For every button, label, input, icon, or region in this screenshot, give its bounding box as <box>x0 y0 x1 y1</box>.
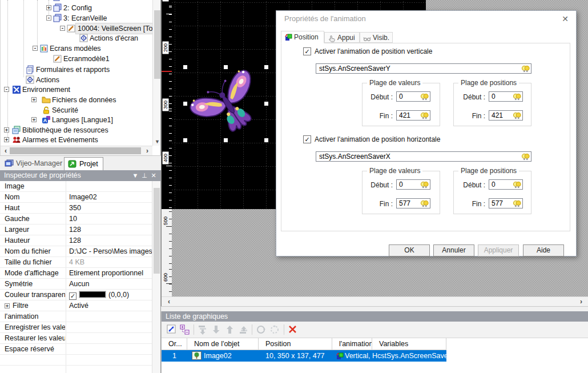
tree-item-formulaires[interactable]: Formulaires et rapports <box>1 65 152 75</box>
variable-picker-icon[interactable] <box>521 65 530 75</box>
inspector-title: Inspecteur de propriétés <box>4 171 81 179</box>
selection-handle[interactable] <box>224 65 228 69</box>
tree-item-config[interactable]: + 2: Config <box>1 3 152 13</box>
selection-handle[interactable] <box>183 65 187 69</box>
tree-item-ecrans-modeles[interactable]: - Ecrans modèles <box>1 43 152 54</box>
row-order: 1 <box>162 350 187 362</box>
scroll-left-icon[interactable]: ‹ <box>165 297 173 306</box>
collapse-icon[interactable]: - <box>60 26 65 31</box>
canvas-horizontal-scrollbar[interactable]: ‹ › <box>162 296 588 306</box>
panel-splitter[interactable] <box>161 306 588 311</box>
tree-item-veillescreen[interactable]: - 10004: VeilleScreen [Tous <box>1 23 152 34</box>
scrollbar-thumb[interactable] <box>154 10 160 79</box>
collapse-icon[interactable]: - <box>46 15 51 21</box>
ok-button[interactable]: OK <box>389 244 430 256</box>
selection-handle[interactable] <box>264 65 268 69</box>
scroll-right-icon[interactable]: › <box>577 297 585 306</box>
transparent-color-checkbox[interactable]: ✓ <box>69 292 76 300</box>
collapse-icon[interactable]: - <box>33 46 38 51</box>
variable-picker-icon[interactable] <box>420 181 429 191</box>
property-inspector-panel: Inspecteur de propriétés ▼⊥✕ Image NomIm… <box>0 170 161 373</box>
selection-handle[interactable] <box>224 138 228 142</box>
tab-visibilite[interactable]: Visib. <box>360 32 393 43</box>
scroll-right-icon[interactable]: › <box>143 146 151 155</box>
tree-item-langues[interactable]: + A Langues [Langue1] <box>1 115 152 125</box>
variable-picker-icon[interactable] <box>521 153 530 163</box>
close-icon[interactable]: ✕ <box>558 13 573 25</box>
column-header-animation[interactable]: l'animation <box>332 338 372 350</box>
variable-picker-icon[interactable] <box>420 93 429 103</box>
vertical-position-end-field <box>489 110 523 121</box>
tab-position[interactable]: Position <box>281 31 324 43</box>
object-hierarchy-button[interactable] <box>179 324 191 335</box>
folder-icon <box>42 95 51 105</box>
selection-handle[interactable] <box>183 138 187 142</box>
expand-icon[interactable]: + <box>4 127 9 133</box>
variable-picker-icon[interactable] <box>513 111 521 122</box>
tree-item-environnement[interactable]: - Environnement <box>1 85 152 95</box>
inspector-header[interactable]: Inspecteur de propriétés ▼⊥✕ <box>0 170 160 181</box>
tab-projet[interactable]: Projet <box>64 157 103 171</box>
tree-item-actions[interactable]: Actions <box>1 75 152 85</box>
help-button[interactable]: Aide <box>523 244 564 256</box>
tab-label: Vijeo-Manager <box>16 159 62 167</box>
close-icon[interactable]: ✕ <box>149 170 158 181</box>
expand-icon[interactable]: + <box>31 117 37 122</box>
vijeo-manager-icon <box>5 159 14 169</box>
chevron-down-icon[interactable]: ▼ <box>131 170 140 181</box>
horizontal-variable-input[interactable] <box>316 152 531 161</box>
edit-animation-button[interactable] <box>166 324 178 335</box>
tree-item-ecranveille[interactable]: - 3: EcranVeille <box>1 13 152 23</box>
expand-icon[interactable]: + <box>46 5 51 10</box>
color-swatch[interactable] <box>79 291 106 298</box>
tree-item-securite[interactable]: Sécurité <box>1 105 152 115</box>
horizontal-animation-checkbox[interactable]: ✓ <box>303 135 311 143</box>
horizontal-value-start-field <box>396 179 430 190</box>
inspector-scrollbar[interactable] <box>152 181 160 373</box>
selection-handle[interactable] <box>183 102 187 106</box>
delete-button[interactable] <box>287 324 299 335</box>
expand-icon[interactable]: + <box>4 137 9 142</box>
scroll-left-icon[interactable]: ‹ <box>2 146 10 155</box>
tree-horizontal-scrollbar[interactable]: ‹ › <box>1 146 152 155</box>
collapse-icon[interactable]: - <box>4 87 9 92</box>
graphics-row-selected[interactable]: 1 Image02 10, 350 x 137, 477 Vertical, H… <box>162 350 446 362</box>
vertical-value-start-field <box>396 91 430 102</box>
scroll-down-icon[interactable]: ▼ <box>153 138 161 146</box>
variable-picker-icon[interactable] <box>513 199 521 210</box>
pin-icon[interactable]: ⊥ <box>140 170 149 181</box>
column-header-order[interactable]: Or... <box>162 338 187 350</box>
tree-item-fichiers-donnees[interactable]: + Fichiers de données <box>1 95 152 105</box>
screens-icon <box>53 3 62 13</box>
scrollbar-thumb[interactable] <box>154 188 160 274</box>
tree-item-alarmes[interactable]: + Alarmes et Evénements <box>1 135 152 145</box>
expand-icon[interactable]: + <box>31 97 37 102</box>
variable-picker-icon[interactable] <box>513 93 521 103</box>
selection-handle[interactable] <box>264 102 268 106</box>
tree-item-actions-ecran[interactable]: Actions d'écran <box>1 33 152 43</box>
column-header-variables[interactable]: Variables <box>372 338 446 350</box>
cancel-button[interactable]: Annuler <box>433 244 474 256</box>
column-header-position[interactable]: Position <box>259 338 332 350</box>
vertical-variable-input[interactable] <box>316 64 531 73</box>
tab-vijeo-manager[interactable]: Vijeo-Manager <box>1 157 67 171</box>
graphics-list-panel: Liste de graphiques <box>161 311 588 373</box>
variable-picker-icon[interactable] <box>513 181 521 191</box>
expand-icon[interactable]: + <box>5 303 10 308</box>
tree-item-bibliotheque[interactable]: + Bibliothèque de ressources <box>1 125 152 135</box>
variable-picker-icon[interactable] <box>420 199 429 210</box>
bring-forward-button <box>238 324 249 335</box>
tree-vertical-scrollbar[interactable]: ▼ <box>152 0 161 146</box>
graphics-list-header[interactable]: Liste de graphiques <box>162 311 588 322</box>
vertical-animation-checkbox[interactable]: ✓ <box>303 47 311 55</box>
tab-appui[interactable]: Appui <box>324 32 360 43</box>
column-header-name[interactable]: Nom de l'objet <box>187 338 259 350</box>
screen-edit-icon <box>67 24 76 33</box>
variable-picker-icon[interactable] <box>420 111 429 122</box>
graphics-list-title: Liste de graphiques <box>166 312 228 320</box>
property-row: Espace réservé <box>0 344 152 355</box>
scrollbar-thumb[interactable] <box>10 147 141 154</box>
selection-handle[interactable] <box>264 138 268 142</box>
butterfly-image[interactable] <box>187 67 268 138</box>
tree-item-ecranmodele1[interactable]: Ecranmodèle1 <box>1 54 152 64</box>
